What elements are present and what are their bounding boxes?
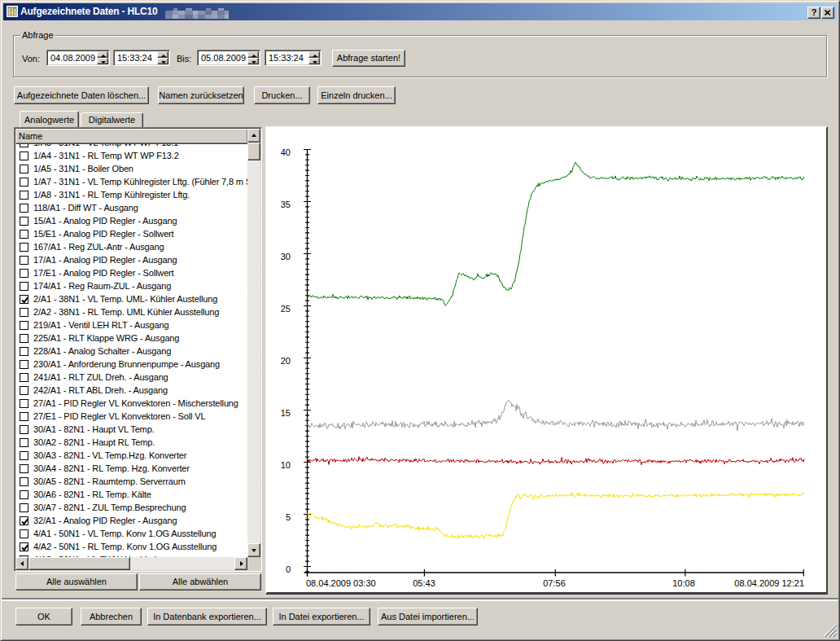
svg-text:0: 0	[286, 564, 291, 574]
svg-text:20: 20	[281, 356, 291, 366]
svg-text:35: 35	[281, 200, 291, 209]
svg-text:25: 25	[281, 304, 291, 314]
svg-text:07:56: 07:56	[543, 578, 566, 588]
svg-text:08.04.2009 03:30: 08.04.2009 03:30	[306, 578, 376, 588]
svg-text:10: 10	[281, 460, 291, 470]
svg-text:08.04.2009 12:21: 08.04.2009 12:21	[734, 578, 804, 588]
svg-text:10:08: 10:08	[672, 578, 695, 588]
svg-text:15: 15	[281, 408, 291, 418]
svg-text:5: 5	[286, 512, 291, 522]
svg-text:40: 40	[281, 147, 291, 157]
svg-text:30: 30	[281, 252, 291, 261]
svg-text:05:43: 05:43	[413, 578, 435, 588]
